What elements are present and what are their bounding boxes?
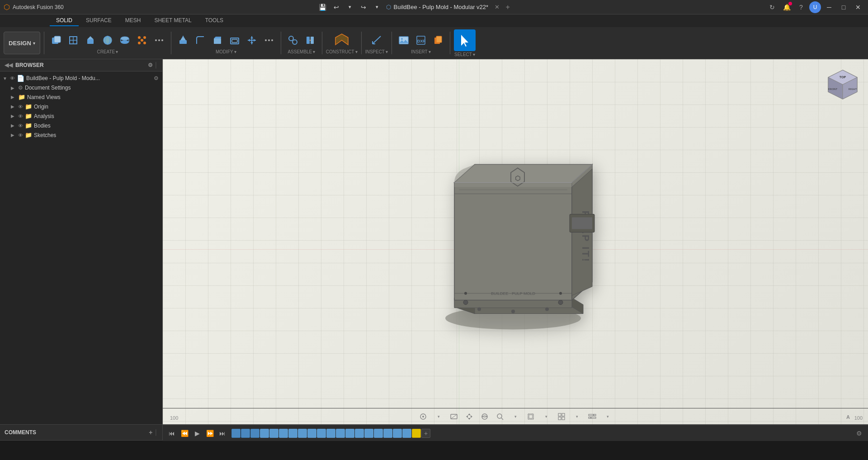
redo-arrow-icon[interactable]: ▾ — [371, 1, 383, 14]
tl-item-4[interactable] — [260, 429, 269, 438]
tl-item-19[interactable] — [402, 429, 411, 438]
measure-icon[interactable] — [368, 32, 385, 48]
timeline-first-btn[interactable]: ⏮ — [166, 428, 177, 439]
more-modify-icon[interactable] — [261, 32, 277, 48]
minimize-btn[interactable]: ─ — [823, 1, 835, 14]
tl-item-7[interactable] — [288, 429, 297, 438]
close-btn[interactable]: ✕ — [852, 1, 864, 14]
browser-item-named-views[interactable]: ▶ 📁 Named Views — [0, 92, 162, 102]
design-button[interactable]: DESIGN ▾ — [4, 32, 40, 54]
tab-surface[interactable]: SURFACE — [80, 15, 118, 26]
hole-icon[interactable] — [117, 32, 133, 48]
close-tab-icon[interactable]: ✕ — [495, 4, 500, 10]
browser-collapse-icon[interactable]: ◀◀ — [5, 62, 13, 68]
tab-solid[interactable]: SOLID — [50, 15, 79, 26]
add-tab-icon[interactable]: + — [502, 2, 513, 13]
pattern-icon[interactable] — [134, 32, 150, 48]
tl-item-10[interactable] — [317, 429, 326, 438]
display-icon[interactable] — [448, 410, 460, 423]
snap-icon[interactable] — [417, 410, 429, 423]
timeline-play-btn[interactable]: ▶ — [192, 428, 203, 439]
sketches-eye-icon[interactable]: 👁 — [18, 133, 23, 138]
more-create-icon[interactable] — [151, 32, 167, 48]
fillet-icon[interactable] — [192, 32, 208, 48]
sketch-icon[interactable] — [65, 32, 81, 48]
tl-item-14[interactable] — [355, 429, 364, 438]
timeline-settings-icon[interactable]: ⚙ — [854, 428, 864, 439]
display-dropdown[interactable]: ▾ — [601, 410, 614, 423]
viewport[interactable]: PULP IT! ⬡ BUILDEE · PULP MOLD — [163, 59, 868, 424]
notification-container[interactable]: 🔔 — [780, 1, 793, 14]
create-label[interactable]: CREATE ▾ — [97, 49, 118, 54]
save-icon[interactable]: 💾 — [316, 1, 329, 14]
tab-sheet-metal[interactable]: SHEET METAL — [148, 15, 198, 26]
assemble-label[interactable]: ASSEMBLE ▾ — [288, 49, 315, 54]
press-pull-icon[interactable] — [175, 32, 191, 48]
tl-item-18[interactable] — [393, 429, 402, 438]
help-icon[interactable]: ? — [795, 1, 807, 14]
tab-tools[interactable]: TOOLS — [199, 15, 230, 26]
joint-icon[interactable] — [285, 32, 301, 48]
browser-item-origin[interactable]: ▶ 👁 📁 Origin — [0, 102, 162, 111]
browser-item-bodies[interactable]: ▶ 👁 📁 Bodies — [0, 121, 162, 130]
maximize-btn[interactable]: □ — [837, 1, 850, 14]
revolve-icon[interactable] — [99, 32, 116, 48]
pan-icon[interactable] — [463, 410, 476, 423]
analysis-eye-icon[interactable]: 👁 — [18, 114, 23, 119]
timeline-prev-btn[interactable]: ⏪ — [179, 428, 190, 439]
redo-icon[interactable]: ↪ — [357, 1, 370, 14]
tl-item-16[interactable] — [374, 429, 383, 438]
tl-item-6[interactable] — [279, 429, 288, 438]
bodies-eye-icon[interactable]: 👁 — [18, 123, 23, 128]
fit-icon[interactable] — [524, 410, 537, 423]
viewcube[interactable]: TOP FRONT RIGHT — [825, 66, 861, 103]
tl-item-yellow[interactable] — [412, 429, 421, 438]
orbit-icon[interactable] — [478, 410, 491, 423]
tab-mesh[interactable]: MESH — [119, 15, 147, 26]
timeline-add-btn[interactable]: + — [421, 429, 430, 438]
tl-item-3[interactable] — [250, 429, 259, 438]
as-built-joint-icon[interactable] — [302, 32, 318, 48]
fit-dropdown[interactable]: ▾ — [540, 410, 552, 423]
refresh-icon[interactable]: ↻ — [766, 1, 778, 14]
browser-item-doc-settings[interactable]: ▶ ⚙ Document Settings — [0, 83, 162, 92]
chamfer-icon[interactable] — [209, 32, 226, 48]
insert-mcmaster-icon[interactable] — [430, 32, 446, 48]
insert-dxf-icon[interactable]: DXF — [413, 32, 429, 48]
user-avatar[interactable]: U — [809, 1, 821, 13]
insert-label[interactable]: INSERT ▾ — [411, 49, 431, 54]
tl-item-17[interactable] — [383, 429, 392, 438]
timeline-last-btn[interactable]: ⏭ — [217, 428, 228, 439]
model-3d[interactable]: PULP IT! ⬡ BUILDEE · PULP MOLD — [420, 123, 610, 342]
display-settings-icon[interactable] — [586, 410, 599, 423]
new-component-icon[interactable] — [48, 32, 64, 48]
tl-item-1[interactable] — [231, 429, 241, 438]
shell-icon[interactable] — [226, 32, 243, 48]
tl-item-12[interactable] — [336, 429, 345, 438]
browser-root-item[interactable]: ▼ 👁 📄 BuildBee - Pulp Mold - Modu... ⚙ — [0, 73, 162, 83]
browser-settings-icon[interactable]: ⚙ — [148, 62, 153, 68]
timeline-next-btn[interactable]: ⏩ — [204, 428, 215, 439]
grid-icon[interactable] — [555, 410, 568, 423]
construct-label[interactable]: CONSTRUCT ▾ — [326, 49, 358, 54]
origin-eye-icon[interactable]: 👁 — [18, 104, 23, 109]
browser-item-analysis[interactable]: ▶ 👁 📁 Analysis — [0, 111, 162, 121]
zoom-icon[interactable] — [494, 410, 506, 423]
zoom-dropdown[interactable]: ▾ — [509, 410, 522, 423]
tl-item-13[interactable] — [345, 429, 354, 438]
tl-item-9[interactable] — [307, 429, 316, 438]
modify-label[interactable]: MODIFY ▾ — [216, 49, 236, 54]
plane-icon[interactable] — [334, 32, 350, 48]
undo-arrow-icon[interactable]: ▾ — [344, 1, 356, 14]
undo-icon[interactable]: ↩ — [330, 1, 343, 14]
root-settings-icon[interactable]: ⚙ — [154, 75, 159, 81]
insert-image-icon[interactable] — [396, 32, 412, 48]
select-icon[interactable] — [454, 29, 476, 51]
select-label[interactable]: SELECT ▾ — [454, 52, 475, 57]
tl-item-8[interactable] — [298, 429, 307, 438]
tl-item-2[interactable] — [241, 429, 250, 438]
inspect-label[interactable]: INSPECT ▾ — [365, 49, 388, 54]
grid-dropdown[interactable]: ▾ — [571, 410, 583, 423]
extrude-icon[interactable] — [82, 32, 99, 48]
root-eye-icon[interactable]: 👁 — [10, 76, 15, 81]
